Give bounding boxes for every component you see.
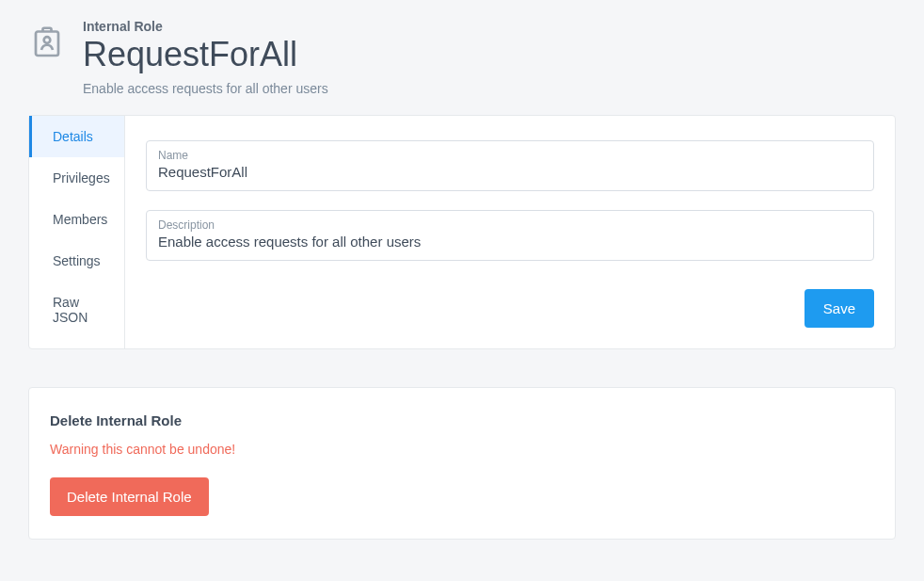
- description-field[interactable]: [158, 234, 862, 250]
- save-button[interactable]: Save: [805, 289, 874, 328]
- name-field-label: Name: [158, 149, 862, 162]
- tab-members[interactable]: Members: [29, 199, 124, 240]
- header-category: Internal Role: [83, 19, 896, 34]
- details-card: Details Privileges Members Settings Raw …: [28, 115, 896, 349]
- page-title: RequestForAll: [83, 36, 896, 73]
- tab-privileges[interactable]: Privileges: [29, 157, 124, 199]
- tabs: Details Privileges Members Settings Raw …: [29, 116, 125, 348]
- delete-warning: Warning this cannot be undone!: [50, 442, 874, 457]
- name-field-container: Name: [146, 140, 874, 191]
- badge-icon: [30, 24, 64, 58]
- delete-role-button[interactable]: Delete Internal Role: [50, 477, 209, 516]
- tab-raw-json[interactable]: Raw JSON: [29, 282, 124, 338]
- delete-card: Delete Internal Role Warning this cannot…: [28, 387, 896, 540]
- delete-card-title: Delete Internal Role: [50, 412, 874, 428]
- description-field-container: Description: [146, 210, 874, 261]
- name-field[interactable]: [158, 164, 862, 180]
- tab-settings[interactable]: Settings: [29, 240, 124, 282]
- tab-details[interactable]: Details: [29, 116, 124, 157]
- page-subtitle: Enable access requests for all other use…: [83, 81, 896, 96]
- tab-content-details: Name Description Save: [125, 116, 895, 348]
- page-header: Internal Role RequestForAll Enable acces…: [28, 19, 896, 96]
- description-field-label: Description: [158, 218, 862, 232]
- svg-point-1: [44, 37, 51, 43]
